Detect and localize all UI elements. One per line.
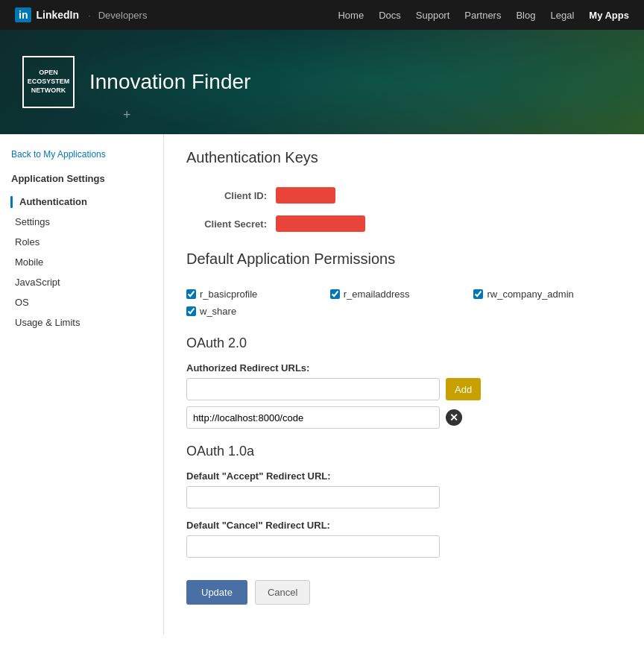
auth-keys-title: Authentication Keys [186, 149, 622, 172]
permission-checkbox-r-emailaddress[interactable] [330, 289, 340, 299]
linkedin-logo: in LinkedIn [15, 7, 79, 22]
main-content: Authentication Keys Client ID: Client Se… [164, 134, 644, 634]
hero-banner: OPEN ECOSYSTEM NETWORK Innovation Finder… [0, 30, 644, 134]
sidebar-item-os[interactable]: OS [0, 292, 163, 312]
nav-link-legal[interactable]: Legal [550, 10, 574, 21]
main-layout: Back to My Applications Application Sett… [0, 134, 644, 634]
hero-plus-icon: + [123, 107, 131, 123]
oauth2-title: OAuth 2.0 [186, 336, 622, 351]
existing-url-row: ✕ [186, 406, 622, 429]
remove-url-button[interactable]: ✕ [446, 409, 462, 426]
accept-redirect-group: Default "Accept" Redirect URL: [186, 470, 622, 508]
sidebar-item-label-mobile: Mobile [15, 256, 43, 268]
sidebar-section-title: Application Settings [0, 169, 163, 192]
permission-checkbox-r-basicprofile[interactable] [186, 289, 196, 299]
sidebar: Back to My Applications Application Sett… [0, 134, 164, 634]
sidebar-item-label-os: OS [15, 297, 29, 308]
permission-label-r-basicprofile: r_basicprofile [200, 289, 257, 300]
redirect-urls-group: Authorized Redirect URLs: Add ✕ [186, 362, 622, 429]
hero-logo-line2: ECOSYSTEM [28, 78, 70, 86]
client-secret-value [276, 215, 365, 232]
nav-link-partners[interactable]: Partners [464, 10, 501, 21]
add-url-row: Add [186, 378, 622, 400]
sidebar-item-label-roles: Roles [15, 236, 40, 248]
permission-rw-company-admin[interactable]: rw_company_admin [473, 289, 617, 300]
back-to-applications-link[interactable]: Back to My Applications [0, 145, 163, 163]
action-buttons: Update Cancel [186, 580, 622, 605]
oauth1-section: OAuth 1.0a Default "Accept" Redirect URL… [186, 444, 622, 558]
sidebar-item-javascript[interactable]: JavaScript [0, 272, 163, 292]
nav-left: in LinkedIn · Developers [15, 7, 147, 22]
permissions-grid: r_basicprofile r_emailaddress rw_company… [186, 289, 622, 317]
sidebar-item-label-authentication: Authentication [19, 196, 87, 207]
permission-r-basicprofile[interactable]: r_basicprofile [186, 289, 330, 300]
nav-link-docs[interactable]: Docs [379, 10, 401, 21]
permission-label-rw-company-admin: rw_company_admin [487, 289, 573, 300]
hero-title: Innovation Finder [89, 70, 250, 94]
client-secret-row: Client Secret: [186, 215, 622, 232]
sidebar-item-mobile[interactable]: Mobile [0, 252, 163, 272]
permission-label-w-share: w_share [200, 306, 236, 317]
permission-r-emailaddress[interactable]: r_emailaddress [330, 289, 474, 300]
client-id-row: Client ID: [186, 187, 622, 204]
permissions-title: Default Application Permissions [186, 251, 622, 274]
sidebar-item-label-javascript: JavaScript [15, 277, 60, 288]
oauth2-section: OAuth 2.0 Authorized Redirect URLs: Add … [186, 336, 622, 429]
hero-logo: OPEN ECOSYSTEM NETWORK [22, 56, 75, 108]
nav-link-myapps[interactable]: My Apps [589, 10, 629, 21]
permission-checkbox-rw-company-admin[interactable] [473, 289, 483, 299]
permissions-section: Default Application Permissions r_basicp… [186, 251, 622, 317]
cancel-redirect-label: Default "Cancel" Redirect URL: [186, 520, 622, 531]
brand-separator: · [88, 10, 91, 21]
nav-right: Home Docs Support Partners Blog Legal My… [338, 10, 629, 21]
client-id-value [276, 187, 335, 204]
nav-link-support[interactable]: Support [416, 10, 450, 21]
redirect-urls-label: Authorized Redirect URLs: [186, 362, 622, 374]
add-url-button[interactable]: Add [446, 378, 481, 400]
accept-redirect-label: Default "Accept" Redirect URL: [186, 470, 622, 482]
cancel-redirect-group: Default "Cancel" Redirect URL: [186, 520, 622, 558]
oauth1-title: OAuth 1.0a [186, 444, 622, 459]
hero-logo-line3: NETWORK [31, 86, 66, 95]
client-secret-label: Client Secret: [186, 218, 276, 230]
cancel-button[interactable]: Cancel [255, 580, 310, 605]
hero-logo-line1: OPEN [39, 69, 58, 78]
permission-checkbox-w-share[interactable] [186, 306, 196, 316]
accept-redirect-input[interactable] [186, 486, 440, 508]
sidebar-item-label-settings: Settings [15, 216, 50, 227]
permission-w-share[interactable]: w_share [186, 306, 330, 317]
linkedin-box-icon: in [15, 7, 31, 22]
auth-keys-section: Authentication Keys Client ID: Client Se… [186, 149, 622, 232]
permission-label-r-emailaddress: r_emailaddress [344, 289, 410, 300]
sidebar-item-authentication[interactable]: Authentication [0, 192, 163, 212]
new-redirect-url-input[interactable] [186, 378, 440, 400]
update-button[interactable]: Update [186, 580, 247, 605]
developers-label: Developers [98, 10, 148, 21]
sidebar-item-roles[interactable]: Roles [0, 232, 163, 252]
top-nav: in LinkedIn · Developers Home Docs Suppo… [0, 0, 644, 30]
client-id-label: Client ID: [186, 190, 276, 201]
nav-link-home[interactable]: Home [338, 10, 364, 21]
linkedin-brand: LinkedIn [36, 9, 79, 21]
sidebar-item-settings[interactable]: Settings [0, 212, 163, 232]
sidebar-item-usage-limits[interactable]: Usage & Limits [0, 312, 163, 333]
existing-url-input[interactable] [186, 406, 440, 429]
nav-link-blog[interactable]: Blog [516, 10, 535, 21]
sidebar-item-label-usage-limits: Usage & Limits [15, 317, 80, 328]
cancel-redirect-input[interactable] [186, 535, 440, 558]
